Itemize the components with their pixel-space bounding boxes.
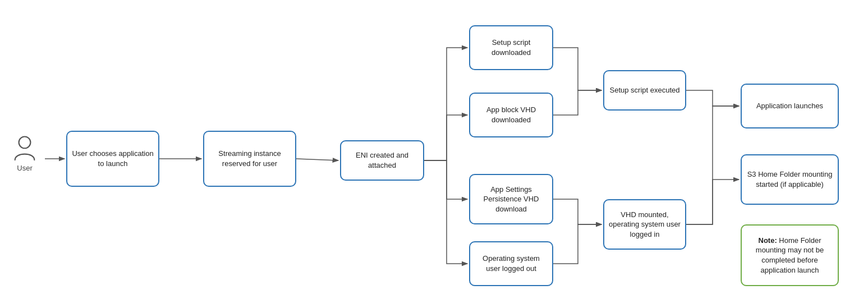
- s3-home-folder: S3 Home Folder mounting started (if appl…: [741, 154, 839, 205]
- vhd-mounted-label: VHD mounted, operating system user logge…: [609, 210, 681, 240]
- setup-script-dl: Setup script downloaded: [469, 25, 553, 70]
- os-user-logout: Operating system user logged out: [469, 241, 553, 286]
- setup-script-exec: Setup script executed: [603, 70, 686, 111]
- note-box-label: Note: Home Folder mounting may not be co…: [746, 236, 833, 275]
- app-block-vhd-label: App block VHD downloaded: [475, 105, 548, 125]
- app-launches-label: Application launches: [756, 101, 823, 111]
- svg-line-3: [296, 159, 338, 160]
- eni-created-label: ENI created and attached: [346, 150, 419, 170]
- note-box: Note: Home Folder mounting may not be co…: [741, 224, 839, 286]
- s3-home-folder-label: S3 Home Folder mounting started (if appl…: [746, 169, 833, 189]
- app-settings-vhd: App Settings Persistence VHD download: [469, 174, 553, 224]
- streaming-instance-label: Streaming instance reserved for user: [209, 149, 291, 168]
- setup-script-exec-label: Setup script executed: [609, 85, 679, 95]
- user-chooses: User chooses application to launch: [66, 131, 159, 187]
- os-user-logout-label: Operating system user logged out: [475, 254, 548, 273]
- app-block-vhd: App block VHD downloaded: [469, 93, 553, 137]
- vhd-mounted: VHD mounted, operating system user logge…: [603, 199, 686, 250]
- user-icon: User: [10, 135, 39, 172]
- user-chooses-label: User chooses application to launch: [72, 149, 154, 168]
- setup-script-dl-label: Setup script downloaded: [475, 38, 548, 57]
- streaming-instance: Streaming instance reserved for user: [203, 131, 296, 187]
- flow-diagram: User User chooses application to launchS…: [0, 0, 868, 308]
- eni-created: ENI created and attached: [340, 140, 424, 181]
- app-settings-vhd-label: App Settings Persistence VHD download: [475, 185, 548, 214]
- svg-point-4: [19, 136, 31, 148]
- app-launches: Application launches: [741, 84, 839, 128]
- user-label: User: [17, 164, 32, 172]
